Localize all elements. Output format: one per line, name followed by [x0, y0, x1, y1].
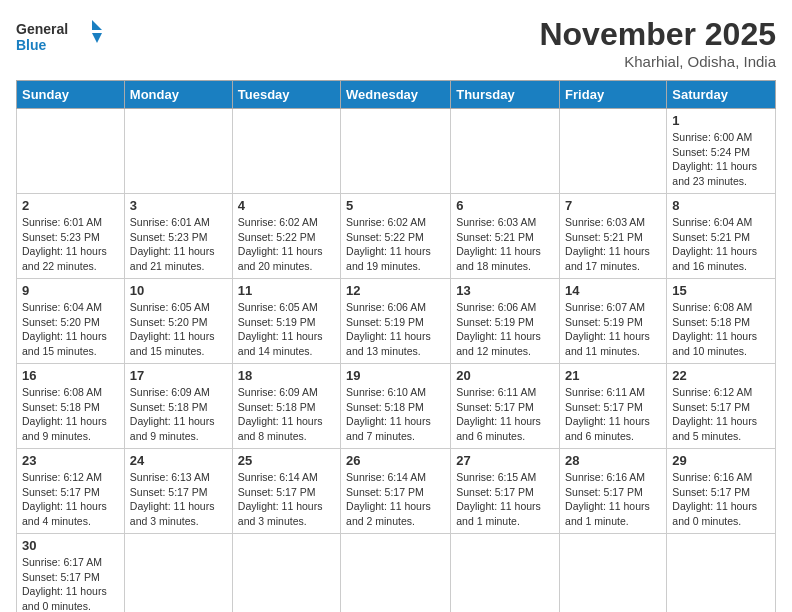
- empty-cell: [124, 534, 232, 613]
- day-30: 30 Sunrise: 6:17 AM Sunset: 5:17 PM Dayl…: [17, 534, 125, 613]
- day-6: 6 Sunrise: 6:03 AM Sunset: 5:21 PM Dayli…: [451, 194, 560, 279]
- day-10: 10 Sunrise: 6:05 AM Sunset: 5:20 PM Dayl…: [124, 279, 232, 364]
- day-19: 19 Sunrise: 6:10 AM Sunset: 5:18 PM Dayl…: [341, 364, 451, 449]
- day-15: 15 Sunrise: 6:08 AM Sunset: 5:18 PM Dayl…: [667, 279, 776, 364]
- svg-text:General: General: [16, 21, 68, 37]
- day-23: 23 Sunrise: 6:12 AM Sunset: 5:17 PM Dayl…: [17, 449, 125, 534]
- calendar-row-4: 16 Sunrise: 6:08 AM Sunset: 5:18 PM Dayl…: [17, 364, 776, 449]
- day-22: 22 Sunrise: 6:12 AM Sunset: 5:17 PM Dayl…: [667, 364, 776, 449]
- day-9: 9 Sunrise: 6:04 AM Sunset: 5:20 PM Dayli…: [17, 279, 125, 364]
- calendar-row-1: 1 Sunrise: 6:00 AM Sunset: 5:24 PM Dayli…: [17, 109, 776, 194]
- svg-marker-2: [92, 20, 102, 30]
- logo-svg: General Blue: [16, 16, 106, 56]
- calendar-row-2: 2 Sunrise: 6:01 AM Sunset: 5:23 PM Dayli…: [17, 194, 776, 279]
- calendar-table: Sunday Monday Tuesday Wednesday Thursday…: [16, 80, 776, 612]
- header-tuesday: Tuesday: [232, 81, 340, 109]
- day-11: 11 Sunrise: 6:05 AM Sunset: 5:19 PM Dayl…: [232, 279, 340, 364]
- location: Kharhial, Odisha, India: [539, 53, 776, 70]
- svg-text:Blue: Blue: [16, 37, 47, 53]
- header-wednesday: Wednesday: [341, 81, 451, 109]
- day-24: 24 Sunrise: 6:13 AM Sunset: 5:17 PM Dayl…: [124, 449, 232, 534]
- day-27: 27 Sunrise: 6:15 AM Sunset: 5:17 PM Dayl…: [451, 449, 560, 534]
- day-5: 5 Sunrise: 6:02 AM Sunset: 5:22 PM Dayli…: [341, 194, 451, 279]
- month-title: November 2025: [539, 16, 776, 53]
- empty-cell: [232, 109, 340, 194]
- header-sunday: Sunday: [17, 81, 125, 109]
- day-16: 16 Sunrise: 6:08 AM Sunset: 5:18 PM Dayl…: [17, 364, 125, 449]
- calendar-row-3: 9 Sunrise: 6:04 AM Sunset: 5:20 PM Dayli…: [17, 279, 776, 364]
- day-8: 8 Sunrise: 6:04 AM Sunset: 5:21 PM Dayli…: [667, 194, 776, 279]
- header-monday: Monday: [124, 81, 232, 109]
- day-21: 21 Sunrise: 6:11 AM Sunset: 5:17 PM Dayl…: [560, 364, 667, 449]
- empty-cell: [341, 534, 451, 613]
- empty-cell: [667, 534, 776, 613]
- day-13: 13 Sunrise: 6:06 AM Sunset: 5:19 PM Dayl…: [451, 279, 560, 364]
- day-28: 28 Sunrise: 6:16 AM Sunset: 5:17 PM Dayl…: [560, 449, 667, 534]
- day-12: 12 Sunrise: 6:06 AM Sunset: 5:19 PM Dayl…: [341, 279, 451, 364]
- header-saturday: Saturday: [667, 81, 776, 109]
- empty-cell: [451, 109, 560, 194]
- page-header: General Blue November 2025 Kharhial, Odi…: [16, 16, 776, 70]
- calendar-row-5: 23 Sunrise: 6:12 AM Sunset: 5:17 PM Dayl…: [17, 449, 776, 534]
- empty-cell: [560, 534, 667, 613]
- logo: General Blue: [16, 16, 106, 56]
- empty-cell: [341, 109, 451, 194]
- header-friday: Friday: [560, 81, 667, 109]
- title-block: November 2025 Kharhial, Odisha, India: [539, 16, 776, 70]
- day-29: 29 Sunrise: 6:16 AM Sunset: 5:17 PM Dayl…: [667, 449, 776, 534]
- day-26: 26 Sunrise: 6:14 AM Sunset: 5:17 PM Dayl…: [341, 449, 451, 534]
- day-17: 17 Sunrise: 6:09 AM Sunset: 5:18 PM Dayl…: [124, 364, 232, 449]
- day-1: 1 Sunrise: 6:00 AM Sunset: 5:24 PM Dayli…: [667, 109, 776, 194]
- day-4: 4 Sunrise: 6:02 AM Sunset: 5:22 PM Dayli…: [232, 194, 340, 279]
- empty-cell: [451, 534, 560, 613]
- empty-cell: [232, 534, 340, 613]
- day-20: 20 Sunrise: 6:11 AM Sunset: 5:17 PM Dayl…: [451, 364, 560, 449]
- empty-cell: [17, 109, 125, 194]
- day-25: 25 Sunrise: 6:14 AM Sunset: 5:17 PM Dayl…: [232, 449, 340, 534]
- weekday-header-row: Sunday Monday Tuesday Wednesday Thursday…: [17, 81, 776, 109]
- day-3: 3 Sunrise: 6:01 AM Sunset: 5:23 PM Dayli…: [124, 194, 232, 279]
- empty-cell: [124, 109, 232, 194]
- empty-cell: [560, 109, 667, 194]
- day-2: 2 Sunrise: 6:01 AM Sunset: 5:23 PM Dayli…: [17, 194, 125, 279]
- header-thursday: Thursday: [451, 81, 560, 109]
- calendar-row-6: 30 Sunrise: 6:17 AM Sunset: 5:17 PM Dayl…: [17, 534, 776, 613]
- day-7: 7 Sunrise: 6:03 AM Sunset: 5:21 PM Dayli…: [560, 194, 667, 279]
- svg-marker-3: [92, 33, 102, 43]
- day-14: 14 Sunrise: 6:07 AM Sunset: 5:19 PM Dayl…: [560, 279, 667, 364]
- day-18: 18 Sunrise: 6:09 AM Sunset: 5:18 PM Dayl…: [232, 364, 340, 449]
